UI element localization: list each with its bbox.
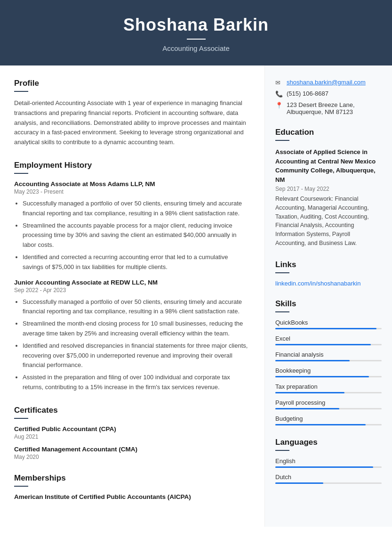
memberships-title: Memberships (14, 473, 250, 483)
skill-0-bar-bg (275, 328, 382, 329)
contact-email-item: ✉ shoshana.barkin@gmail.com (275, 79, 382, 86)
skills-title: Skills (275, 299, 382, 309)
education-section: Education Associate of Applied Science i… (275, 128, 382, 248)
skill-6-name: Budgeting (275, 415, 382, 422)
list-item: Streamlined the month-end closing proces… (23, 319, 250, 339)
lang-0-bar-bg (275, 466, 382, 468)
memberships-underline (14, 486, 28, 487)
skill-1-bar-bg (275, 344, 382, 345)
job-1-bullets: Successfully managed a portfolio of over… (14, 297, 250, 392)
lang-1-bar-fill (275, 482, 323, 484)
skill-1-bar-fill (275, 344, 371, 345)
skill-6-bar-fill (275, 424, 366, 425)
skill-4-bar-fill (275, 392, 344, 393)
skill-6: Budgeting (275, 415, 382, 425)
skill-5-name: Payroll processing (275, 399, 382, 406)
skill-2-name: Financial analysis (275, 351, 382, 358)
certificates-section: Certificates Certified Public Accountant… (14, 406, 250, 460)
skill-5: Payroll processing (275, 399, 382, 409)
right-column: ✉ shoshana.barkin@gmail.com 📞 (515) 106-… (265, 65, 392, 527)
skill-5-bar-fill (275, 408, 339, 409)
resume-header: Shoshana Barkin Accounting Associate (0, 0, 392, 65)
candidate-name: Shoshana Barkin (9, 15, 383, 35)
profile-section: Profile Detail-oriented Accounting Assoc… (14, 79, 250, 147)
employment-underline (14, 173, 28, 174)
lang-1-bar-bg (275, 482, 382, 484)
contact-address: 123 Desert Breeze Lane, Albuquerque, NM … (287, 101, 355, 115)
job-1-title: Junior Accounting Associate at REDW LLC,… (14, 279, 250, 286)
lang-0-bar-fill (275, 466, 373, 468)
cert-0: Certified Public Accountant (CPA) Aug 20… (14, 425, 250, 440)
header-divider (187, 39, 206, 40)
lang-0: English (275, 457, 382, 468)
education-underline (275, 140, 289, 141)
profile-underline (14, 91, 28, 92)
skill-0-bar-fill (275, 328, 376, 329)
profile-text: Detail-oriented Accounting Associate wit… (14, 98, 250, 147)
job-1-dates: Sep 2022 - Apr 2023 (14, 287, 250, 294)
links-underline (275, 272, 289, 273)
languages-title: Languages (275, 438, 382, 447)
skill-4-bar-bg (275, 392, 382, 393)
job-0-title: Accounting Associate at Moss Adams LLP, … (14, 180, 250, 188)
certificates-underline (14, 418, 28, 419)
contact-email[interactable]: shoshana.barkin@gmail.com (287, 79, 366, 86)
skill-3-name: Bookkeeping (275, 367, 382, 374)
list-item: Assisted in the preparation and filing o… (23, 373, 250, 392)
contact-phone-item: 📞 (515) 106-8687 (275, 90, 382, 98)
contact-section: ✉ shoshana.barkin@gmail.com 📞 (515) 106-… (275, 79, 382, 115)
linkedin-link[interactable]: linkedin.com/in/shoshanabarkin (275, 280, 360, 287)
skill-2-bar-fill (275, 360, 350, 361)
lang-0-name: English (275, 457, 382, 465)
employment-section: Employment History Accounting Associate … (14, 161, 250, 392)
list-item: Identified and corrected a recurring acc… (23, 253, 250, 272)
lang-1-name: Dutch (275, 473, 382, 481)
skill-3-bar-fill (275, 376, 369, 377)
contact-phone: (515) 106-8687 (287, 90, 328, 97)
skill-0-name: QuickBooks (275, 319, 382, 326)
skill-3-bar-bg (275, 376, 382, 377)
skills-section: Skills QuickBooks Excel Financial analys… (275, 299, 382, 425)
cert-1: Certified Management Accountant (CMA) Ma… (14, 446, 250, 460)
job-0: Accounting Associate at Moss Adams LLP, … (14, 180, 250, 272)
location-icon: 📍 (275, 102, 283, 109)
phone-icon: 📞 (275, 90, 283, 98)
resume-body: Profile Detail-oriented Accounting Assoc… (0, 65, 392, 527)
memberships-section: Memberships American Institute of Certif… (14, 473, 250, 500)
job-1: Junior Accounting Associate at REDW LLC,… (14, 279, 250, 392)
skill-1: Excel (275, 335, 382, 345)
membership-0-name: American Institute of Certified Public A… (14, 493, 250, 500)
list-item: Successfully managed a portfolio of over… (23, 199, 250, 219)
cert-0-name: Certified Public Accountant (CPA) (14, 425, 250, 433)
cert-0-date: Aug 2021 (14, 433, 250, 440)
candidate-title: Accounting Associate (9, 44, 383, 52)
skill-5-bar-bg (275, 408, 382, 409)
lang-1: Dutch (275, 473, 382, 484)
certificates-title: Certificates (14, 406, 250, 415)
cert-1-date: May 2020 (14, 454, 250, 460)
edu-degree: Associate of Applied Science in Accounti… (275, 147, 382, 184)
skill-0: QuickBooks (275, 319, 382, 329)
languages-underline (275, 450, 289, 451)
employment-title: Employment History (14, 161, 250, 170)
education-title: Education (275, 128, 382, 137)
skill-4: Tax preparation (275, 383, 382, 393)
list-item: Identified and resolved discrepancies in… (23, 341, 250, 370)
list-item: Successfully managed a portfolio of over… (23, 297, 250, 317)
skill-3: Bookkeeping (275, 367, 382, 377)
edu-courses: Relevant Coursework: Financial Accountin… (275, 195, 382, 248)
skill-2-bar-bg (275, 360, 382, 361)
left-column: Profile Detail-oriented Accounting Assoc… (0, 65, 265, 527)
links-section: Links linkedin.com/in/shoshanabarkin (275, 260, 382, 287)
skill-1-name: Excel (275, 335, 382, 342)
skills-underline (275, 311, 289, 312)
skill-6-bar-bg (275, 424, 382, 425)
job-0-dates: May 2023 - Present (14, 188, 250, 195)
edu-dates: Sep 2017 - May 2022 (275, 186, 382, 192)
list-item: Streamlined the accounts payable process… (23, 221, 250, 250)
profile-title: Profile (14, 79, 250, 88)
languages-section: Languages English Dutch (275, 438, 382, 484)
skill-2: Financial analysis (275, 351, 382, 361)
skill-4-name: Tax preparation (275, 383, 382, 390)
job-0-bullets: Successfully managed a portfolio of over… (14, 199, 250, 272)
